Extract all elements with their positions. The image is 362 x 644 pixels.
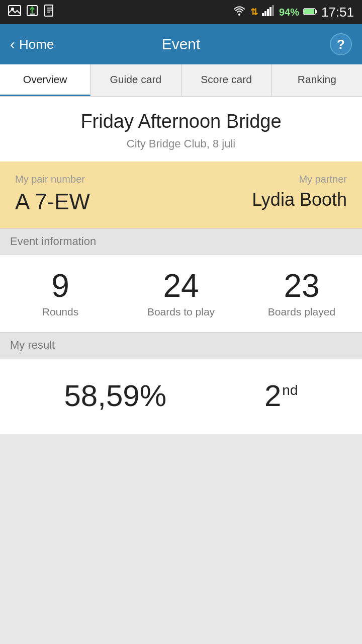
status-bar: ⇅ 94% 17:51: [0, 0, 362, 24]
stat-rounds: 9 Rounds: [0, 270, 121, 318]
time: 17:51: [321, 5, 354, 20]
svg-rect-14: [272, 5, 274, 16]
rank-suffix: nd: [282, 382, 298, 398]
my-result-header: My result: [0, 332, 362, 358]
pair-info-section: My pair number A 7-EW My partner Lydia B…: [0, 162, 362, 228]
stat-boards-to-play: 24 Boards to play: [121, 270, 241, 318]
upload-icon: [26, 5, 38, 20]
pair-number-value: A 7-EW: [15, 189, 90, 214]
rank-number: 2: [264, 378, 281, 413]
svg-rect-16: [315, 10, 317, 13]
status-bar-right: ⇅ 94% 17:51: [232, 5, 354, 20]
svg-rect-11: [264, 11, 266, 16]
help-icon: ?: [337, 37, 345, 52]
partner-block: My partner Lydia Booth: [252, 174, 347, 210]
back-chevron-icon: ‹: [10, 36, 15, 53]
tab-ranking[interactable]: Ranking: [272, 64, 362, 96]
tab-bar: Overview Guide card Score card Ranking: [0, 64, 362, 97]
back-label: Home: [19, 37, 54, 52]
svg-rect-5: [45, 5, 53, 16]
event-title: Friday Afternoon Bridge: [10, 111, 352, 132]
result-section: 58,59% 2 nd: [0, 359, 362, 434]
partner-label: My partner: [252, 174, 347, 185]
svg-point-9: [238, 14, 240, 16]
pair-number-label: My pair number: [15, 174, 90, 185]
wifi-icon: [232, 5, 246, 19]
app-bar: ‹ Home Event ?: [0, 24, 362, 64]
boards-played-label: Boards played: [268, 306, 335, 318]
svg-rect-10: [262, 13, 264, 16]
result-rank: 2 nd: [264, 378, 298, 413]
status-bar-icons: [8, 5, 55, 20]
battery-percentage: 94%: [279, 7, 299, 18]
svg-rect-13: [269, 7, 272, 16]
help-button[interactable]: ?: [330, 33, 352, 55]
tab-guide-card[interactable]: Guide card: [90, 64, 181, 96]
boards-to-play-number: 24: [163, 270, 199, 302]
rounds-label: Rounds: [42, 306, 78, 318]
stat-boards-played: 23 Boards played: [241, 270, 362, 318]
bottom-area: [0, 434, 362, 545]
result-percentage: 58,59%: [64, 378, 166, 413]
boards-played-number: 23: [284, 270, 319, 302]
image-icon: [8, 5, 21, 19]
signal-icon: [262, 5, 275, 19]
event-title-section: Friday Afternoon Bridge City Bridge Club…: [0, 97, 362, 162]
rounds-number: 9: [51, 270, 69, 302]
svg-rect-12: [267, 9, 269, 16]
back-button[interactable]: ‹ Home: [10, 36, 54, 53]
tab-score-card[interactable]: Score card: [182, 64, 272, 96]
data-transfer-icon: ⇅: [250, 7, 258, 18]
tab-overview[interactable]: Overview: [0, 64, 90, 96]
event-info-header: Event information: [0, 228, 362, 255]
boards-to-play-label: Boards to play: [147, 306, 215, 318]
app-bar-title: Event: [162, 36, 201, 53]
battery-icon: [303, 6, 317, 19]
event-stats: 9 Rounds 24 Boards to play 23 Boards pla…: [0, 255, 362, 332]
svg-rect-17: [304, 9, 314, 14]
event-subtitle: City Bridge Club, 8 juli: [10, 137, 352, 150]
pair-number-block: My pair number A 7-EW: [15, 174, 90, 214]
partner-name-value: Lydia Booth: [252, 189, 347, 210]
document-icon: [43, 5, 55, 20]
